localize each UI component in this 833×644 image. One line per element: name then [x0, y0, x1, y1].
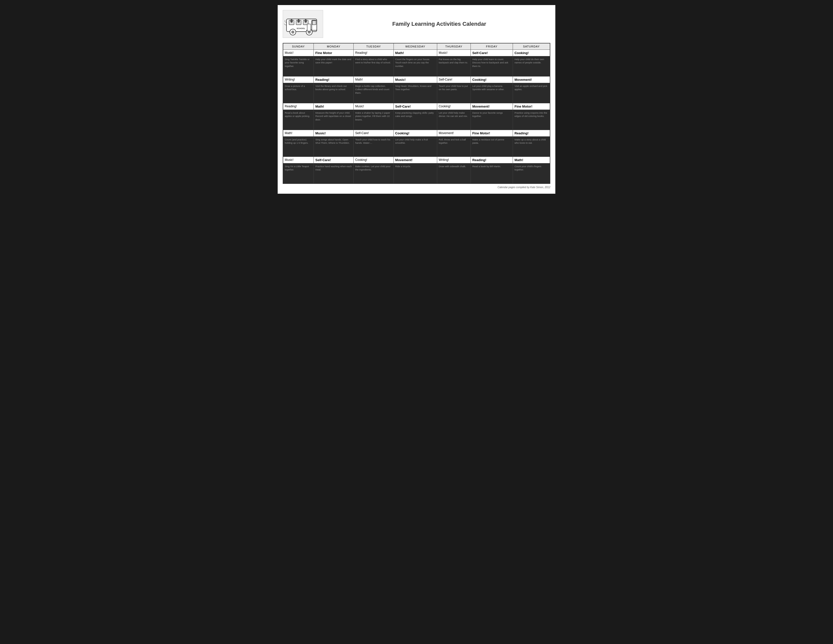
week-3-day-7-header: Fine Motor!	[513, 103, 550, 110]
week-4-day-5-detail: Roll, throw and kick a ball together.	[437, 137, 471, 157]
svg-point-13	[298, 19, 300, 23]
page-title: Family Learning Activities Calendar	[323, 21, 550, 27]
week-4-day-7-header: Reading!	[513, 130, 550, 137]
svg-rect-5	[312, 21, 316, 25]
week-3-header-row: Reading!Math!Music!Self-Care!Cooking!Mov…	[283, 103, 550, 110]
col-sunday: SUNDAY	[283, 43, 314, 50]
week-5-day-4-detail: Ride a tricycle.	[394, 163, 437, 184]
week-4-day-1-header: Math!	[283, 130, 314, 137]
week-1-day-4-detail: Count the fingers on your house. Touch e…	[394, 56, 437, 77]
svg-point-7	[291, 31, 294, 34]
week-3-day-1-header: Reading!	[283, 103, 314, 110]
week-4-day-1-detail: Count (and practice) holding up 1-5 fing…	[283, 137, 314, 157]
week-1-day-6-header: Self-Care!	[471, 50, 513, 56]
week-3-day-3-detail: Make a shaker by taping 2 paper plates t…	[354, 110, 394, 130]
week-2-day-7-header: Movement!	[513, 77, 550, 83]
week-1-day-2-header: Fine Motor	[314, 50, 354, 56]
week-2-day-6-header: Cooking!	[471, 77, 513, 83]
week-3-day-7-detail: Practice using crayons into the edges of…	[513, 110, 550, 130]
week-5-day-7-detail: Count your child's fingers together.	[513, 163, 550, 184]
week-1-day-3-detail: Find a story about a child who went to h…	[354, 56, 394, 77]
week-5-day-5-header: Writing!	[437, 157, 471, 163]
svg-rect-10	[307, 24, 311, 31]
week-1-day-7-header: Cooking!	[513, 50, 550, 56]
week-1-day-3-header: Reading!	[354, 50, 394, 56]
week-1-detail-row: Sing Twinkle Twinkle or your favorite so…	[283, 56, 550, 77]
week-3-day-5-detail: Let your child help make dinner. He can …	[437, 110, 471, 130]
week-4-day-4-detail: Let your child help make a fruit smoothi…	[394, 137, 437, 157]
week-3-day-4-detail: Keep practicing clapping skills: patty c…	[394, 110, 437, 130]
week-2-day-4-header: Music!	[394, 77, 437, 83]
week-3-day-1-detail: Read a book about apples or apple pickin…	[283, 110, 314, 130]
calendar-page: SCHOOL Family Learning Activities Calend…	[278, 5, 555, 194]
week-5-day-5-detail: Draw with sidewalk chalk.	[437, 163, 471, 184]
week-5-day-3-detail: Bake cookies. Let your child pour the in…	[354, 163, 394, 184]
week-1-day-2-detail: Help your child mark the date and save t…	[314, 56, 354, 77]
week-1-day-7-detail: Help your child do their own names of pe…	[513, 56, 550, 77]
week-1-day-1-header: Music!	[283, 50, 314, 56]
week-4-day-6-detail: Make a necklace out of penne pasta.	[471, 137, 513, 157]
week-4-day-4-header: Cooking!	[394, 130, 437, 137]
week-4-day-2-detail: Sing songs about hands. Open Shut Them, …	[314, 137, 354, 157]
week-5-day-6-header: Reading!	[471, 157, 513, 163]
day-headers-row: SUNDAY MONDAY TUESDAY WEDNESDAY THURSDAY…	[283, 43, 550, 50]
col-wednesday: WEDNESDAY	[394, 43, 437, 50]
col-friday: FRIDAY	[471, 43, 513, 50]
week-3-detail-row: Read a book about apples or apple pickin…	[283, 110, 550, 130]
week-1-header-row: Music!Fine MotorReading!Math!Music!Self-…	[283, 50, 550, 56]
week-4-day-6-header: Fine Motor!	[471, 130, 513, 137]
page-header: SCHOOL Family Learning Activities Calend…	[283, 10, 550, 39]
col-thursday: THURSDAY	[437, 43, 471, 50]
week-2-header-row: Writing!Reading!Math!Music!Self-Care!Coo…	[283, 77, 550, 83]
week-3-day-2-header: Math!	[314, 103, 354, 110]
week-5-day-4-header: Movement!	[394, 157, 437, 163]
week-1-day-4-header: Math!	[394, 50, 437, 56]
week-2-day-2-header: Reading!	[314, 77, 354, 83]
week-1-day-6-detail: Help your child learn to count. Discuss …	[471, 56, 513, 77]
col-monday: MONDAY	[314, 43, 354, 50]
week-5-day-3-header: Cooking!	[354, 157, 394, 163]
week-2-detail-row: Draw a picture of a school bus.Visit the…	[283, 83, 550, 103]
week-4-day-3-header: Self-Care!	[354, 130, 394, 137]
week-4-day-7-detail: Make up a story about a child who loves …	[513, 137, 550, 157]
week-4-day-3-detail: Teach your child how to wash his hands. …	[354, 137, 394, 157]
week-3-day-2-detail: Measure the height of your child. Record…	[314, 110, 354, 130]
week-2-day-5-detail: Teach your child how to put on his own p…	[437, 83, 471, 103]
calendar-table: SUNDAY MONDAY TUESDAY WEDNESDAY THURSDAY…	[283, 43, 550, 184]
week-5-day-2-detail: Practice hand washing when each meal.	[314, 163, 354, 184]
week-5-day-1-header: Music!	[283, 157, 314, 163]
week-5-day-2-header: Self-Care!	[314, 157, 354, 163]
week-5-day-6-detail: Read a book by Bill Martin.	[471, 163, 513, 184]
week-3-day-3-header: Music!	[354, 103, 394, 110]
week-4-header-row: Math!Music!Self-Care!Cooking!Movement!Fi…	[283, 130, 550, 137]
week-2-day-3-header: Math!	[354, 77, 394, 83]
week-2-day-5-header: Self-Care!	[437, 77, 471, 83]
week-2-day-2-detail: Visit the library and check out books ab…	[314, 83, 354, 103]
week-1-day-1-detail: Sing Twinkle Twinkle or your favorite so…	[283, 56, 314, 77]
week-2-day-3-detail: Begin a bottle cap collection. Collect d…	[354, 83, 394, 103]
footer-text: Calendar pages compiled by Kate Simon, 2…	[283, 186, 550, 188]
week-5-day-1-detail: Sing I'm a Little Teapot together.	[283, 163, 314, 184]
week-4-day-2-header: Music!	[314, 130, 354, 137]
col-tuesday: TUESDAY	[354, 43, 394, 50]
svg-point-14	[304, 19, 307, 23]
week-3-day-4-header: Self-Care!	[394, 103, 437, 110]
week-1-day-5-header: Music!	[437, 50, 471, 56]
week-2-day-7-detail: Visit an apple orchard and pick apples.	[513, 83, 550, 103]
week-2-day-4-detail: Sing Head, Shoulders, Knees and Toes tog…	[394, 83, 437, 103]
week-2-day-1-header: Writing!	[283, 77, 314, 83]
bus-image: SCHOOL	[283, 10, 323, 38]
week-3-day-5-header: Cooking!	[437, 103, 471, 110]
week-2-day-6-detail: Let your child play a banana. Sprinkle w…	[471, 83, 513, 103]
week-3-day-6-header: Movement!	[471, 103, 513, 110]
svg-point-12	[290, 19, 293, 23]
week-5-day-7-header: Math!	[513, 157, 550, 163]
week-1-day-5-detail: Pat knees on the big backpack and clap t…	[437, 56, 471, 77]
svg-text:SCHOOL: SCHOOL	[297, 27, 305, 29]
week-5-header-row: Music!Self-Care!Cooking!Movement!Writing…	[283, 157, 550, 163]
week-2-day-1-detail: Draw a picture of a school bus.	[283, 83, 314, 103]
week-4-detail-row: Count (and practice) holding up 1-5 fing…	[283, 137, 550, 157]
week-4-day-5-header: Movement!	[437, 130, 471, 137]
col-saturday: SATURDAY	[513, 43, 550, 50]
week-5-detail-row: Sing I'm a Little Teapot together.Practi…	[283, 163, 550, 184]
